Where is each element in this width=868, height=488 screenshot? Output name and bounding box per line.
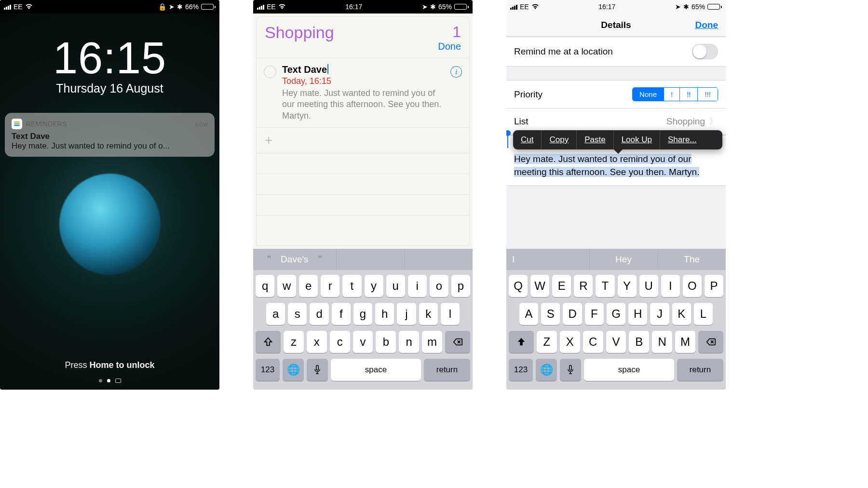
shift-key[interactable]	[509, 331, 534, 353]
reminder-item[interactable]: Text Dave Today, 16:15 Hey mate. Just wa…	[256, 58, 470, 127]
key-d[interactable]: D	[563, 303, 582, 325]
key-h[interactable]: H	[628, 303, 647, 325]
key-a[interactable]: a	[266, 303, 285, 325]
context-menu[interactable]: Cut Copy Paste Look Up Share...	[513, 130, 722, 149]
return-key[interactable]: return	[677, 359, 723, 381]
key-t[interactable]: t	[342, 275, 361, 297]
mic-key[interactable]	[307, 359, 328, 381]
key-n[interactable]: n	[399, 331, 419, 353]
key-h[interactable]: h	[375, 303, 394, 325]
backspace-key[interactable]	[445, 331, 470, 353]
camera-icon[interactable]	[115, 379, 121, 383]
page-indicator[interactable]	[0, 379, 219, 383]
key-g[interactable]: g	[353, 303, 372, 325]
unlock-hint: Press Home to unlock	[0, 360, 219, 370]
key-y[interactable]: y	[365, 275, 383, 297]
key-f[interactable]: F	[585, 303, 604, 325]
shift-key[interactable]	[256, 331, 281, 353]
space-key[interactable]: space	[331, 359, 421, 381]
globe-key[interactable]: 🌐	[536, 359, 557, 381]
key-z[interactable]: Z	[537, 331, 557, 353]
key-r[interactable]: R	[574, 275, 593, 297]
key-q[interactable]: q	[256, 275, 274, 297]
backspace-key[interactable]	[698, 331, 723, 353]
priority-none[interactable]: None	[633, 88, 664, 101]
key-m[interactable]: M	[675, 331, 695, 353]
key-e[interactable]: E	[552, 275, 571, 297]
return-key[interactable]: return	[424, 359, 470, 381]
info-icon[interactable]: i	[450, 66, 462, 78]
key-l[interactable]: L	[694, 303, 713, 325]
key-b[interactable]: B	[629, 331, 649, 353]
carrier-label: EE	[267, 3, 276, 11]
key-v[interactable]: v	[353, 331, 373, 353]
key-k[interactable]: K	[672, 303, 691, 325]
priority-segmented[interactable]: None ! !! !!!	[632, 87, 718, 101]
key-v[interactable]: V	[606, 331, 626, 353]
menu-share[interactable]: Share...	[660, 130, 705, 149]
key-i[interactable]: I	[661, 275, 680, 297]
key-q[interactable]: Q	[509, 275, 528, 297]
key-s[interactable]: s	[288, 303, 307, 325]
priority-high[interactable]: !!!	[698, 88, 718, 101]
suggestion[interactable]: I	[506, 249, 590, 270]
key-u[interactable]: U	[639, 275, 658, 297]
suggestion[interactable]: Dave's	[281, 254, 308, 265]
key-o[interactable]: O	[683, 275, 702, 297]
key-p[interactable]: P	[705, 275, 723, 297]
done-button[interactable]: Done	[438, 41, 461, 52]
mic-key[interactable]	[560, 359, 581, 381]
key-j[interactable]: j	[397, 303, 416, 325]
key-l[interactable]: l	[441, 303, 460, 325]
key-y[interactable]: Y	[618, 275, 637, 297]
add-reminder-button[interactable]: +	[256, 127, 470, 153]
numeric-key[interactable]: 123	[509, 359, 533, 381]
key-c[interactable]: c	[330, 331, 350, 353]
key-f[interactable]: f	[332, 303, 351, 325]
suggestion[interactable]: The	[658, 249, 726, 270]
menu-cut[interactable]: Cut	[513, 130, 542, 149]
remind-location-row[interactable]: Remind me at a location	[506, 37, 726, 67]
keyboard[interactable]: "Dave's" qwertyuiop asdfghjkl zxcvbnm 12…	[253, 249, 473, 390]
key-e[interactable]: e	[299, 275, 318, 297]
key-m[interactable]: m	[422, 331, 442, 353]
key-d[interactable]: d	[310, 303, 328, 325]
keyboard-suggestions[interactable]: I Hey The	[506, 249, 726, 270]
key-i[interactable]: i	[408, 275, 427, 297]
key-a[interactable]: A	[519, 303, 538, 325]
key-x[interactable]: X	[560, 331, 580, 353]
key-c[interactable]: C	[583, 331, 603, 353]
key-n[interactable]: N	[652, 331, 672, 353]
keyboard[interactable]: I Hey The QWERTYUIOP ASDFGHJKL ZXCVBNM 1…	[506, 249, 726, 390]
key-w[interactable]: w	[277, 275, 296, 297]
key-w[interactable]: W	[530, 275, 549, 297]
menu-copy[interactable]: Copy	[542, 130, 577, 149]
globe-key[interactable]: 🌐	[283, 359, 304, 381]
key-j[interactable]: J	[650, 303, 669, 325]
key-u[interactable]: u	[386, 275, 405, 297]
reminder-title[interactable]: Text Dave	[282, 64, 327, 75]
key-b[interactable]: b	[376, 331, 396, 353]
key-s[interactable]: S	[541, 303, 560, 325]
keyboard-suggestions[interactable]: "Dave's"	[253, 249, 473, 270]
location-toggle[interactable]	[692, 44, 718, 59]
selected-text[interactable]: Hey mate. Just wanted to remind you of o…	[514, 154, 699, 177]
key-x[interactable]: x	[307, 331, 327, 353]
key-o[interactable]: o	[430, 275, 448, 297]
space-key[interactable]: space	[584, 359, 674, 381]
menu-lookup[interactable]: Look Up	[614, 130, 660, 149]
notification-card[interactable]: REMINDERS now Text Dave Hey mate. Just w…	[5, 113, 215, 157]
complete-checkbox[interactable]	[264, 66, 276, 78]
priority-med[interactable]: !!	[680, 88, 698, 101]
key-k[interactable]: k	[419, 303, 438, 325]
suggestion[interactable]: Hey	[590, 249, 658, 270]
key-p[interactable]: p	[451, 275, 470, 297]
key-r[interactable]: r	[321, 275, 339, 297]
key-z[interactable]: z	[284, 331, 304, 353]
menu-paste[interactable]: Paste	[577, 130, 613, 149]
numeric-key[interactable]: 123	[256, 359, 280, 381]
done-button[interactable]: Done	[695, 20, 719, 30]
key-t[interactable]: T	[596, 275, 614, 297]
priority-low[interactable]: !	[664, 88, 680, 101]
key-g[interactable]: G	[607, 303, 625, 325]
